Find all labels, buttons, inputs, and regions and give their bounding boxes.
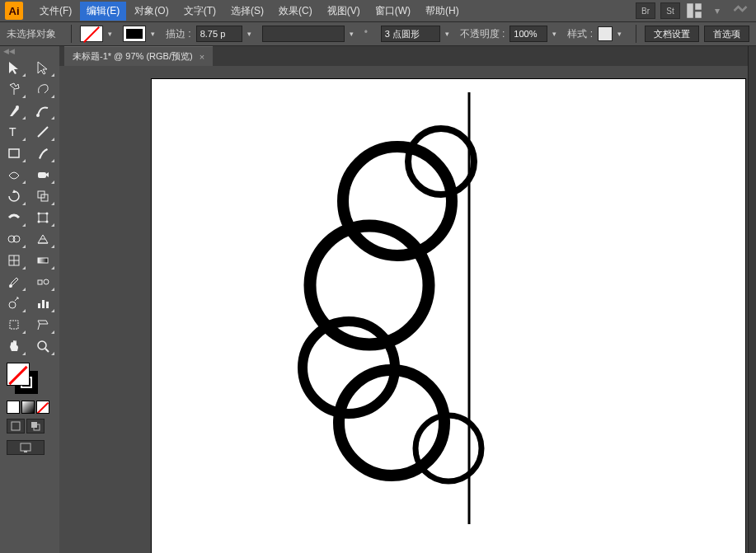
- draw-behind-button[interactable]: [26, 419, 45, 433]
- svg-rect-34: [12, 422, 20, 430]
- svg-rect-28: [42, 300, 45, 308]
- hand-tool[interactable]: [2, 336, 26, 356]
- column-graph-tool[interactable]: [31, 293, 55, 313]
- svg-point-4: [16, 105, 19, 109]
- mesh-tool[interactable]: [2, 251, 26, 270]
- svg-line-33: [45, 349, 49, 352]
- preferences-button[interactable]: 首选项: [704, 26, 749, 42]
- blend-tool[interactable]: [31, 272, 55, 292]
- svg-rect-9: [38, 172, 46, 178]
- svg-rect-38: [24, 451, 27, 452]
- svg-rect-8: [9, 149, 19, 157]
- collapsed-panel-dock[interactable]: [748, 46, 756, 553]
- document-tab-title: 未标题-1* @ 97% (RGB/预览): [73, 50, 193, 63]
- chevron-down-icon[interactable]: ▾: [709, 3, 725, 18]
- stroke-label: 描边 :: [166, 27, 191, 41]
- draw-normal-button[interactable]: [7, 419, 25, 433]
- profile-dropdown-icon[interactable]: ▾: [350, 30, 359, 38]
- menu-edit[interactable]: 编辑(E): [80, 2, 126, 21]
- document-tab-bar: 未标题-1* @ 97% (RGB/预览) ×: [59, 46, 756, 66]
- arrange-documents-icon[interactable]: [686, 3, 702, 18]
- close-tab-icon[interactable]: ×: [200, 52, 204, 62]
- stock-button[interactable]: St: [660, 2, 680, 19]
- artboard[interactable]: [152, 79, 745, 553]
- document-area: 未标题-1* @ 97% (RGB/预览) ×: [59, 46, 756, 553]
- menu-select[interactable]: 选择(S): [224, 2, 270, 21]
- fill-dropdown-icon[interactable]: ▾: [108, 30, 118, 38]
- curvature-tool[interactable]: [31, 101, 55, 120]
- svg-rect-30: [10, 321, 18, 329]
- line-segment-tool[interactable]: [31, 122, 55, 142]
- svg-text:T: T: [9, 125, 16, 138]
- selection-status: 未选择对象: [7, 27, 63, 41]
- eyedropper-tool[interactable]: [2, 272, 26, 292]
- slice-tool[interactable]: [31, 315, 55, 335]
- opacity-input[interactable]: [509, 26, 547, 42]
- stroke-weight-input[interactable]: [196, 26, 242, 42]
- perspective-grid-tool[interactable]: [31, 229, 55, 249]
- svg-rect-0: [687, 3, 693, 18]
- menu-view[interactable]: 视图(V): [321, 2, 367, 21]
- svg-point-16: [46, 221, 49, 223]
- eraser-tool[interactable]: [31, 165, 55, 185]
- free-transform-tool[interactable]: [31, 208, 55, 227]
- shape-builder-tool[interactable]: [2, 229, 26, 249]
- document-tab[interactable]: 未标题-1* @ 97% (RGB/预览) ×: [64, 46, 213, 66]
- symbol-sprayer-tool[interactable]: [2, 293, 26, 313]
- menu-window[interactable]: 窗口(W): [369, 2, 417, 21]
- bridge-button[interactable]: Br: [636, 2, 655, 19]
- rectangle-tool[interactable]: [2, 143, 26, 163]
- pen-tool[interactable]: [2, 101, 26, 120]
- scale-tool[interactable]: [31, 186, 55, 206]
- menu-object[interactable]: 对象(O): [128, 2, 175, 21]
- svg-point-26: [9, 302, 16, 308]
- svg-rect-12: [39, 213, 47, 222]
- zoom-tool[interactable]: [31, 336, 55, 356]
- menu-effect[interactable]: 效果(C): [272, 2, 319, 21]
- paintbrush-tool[interactable]: [31, 143, 55, 163]
- magic-wand-tool[interactable]: [2, 79, 26, 99]
- opacity-dropdown-icon[interactable]: ▾: [552, 30, 562, 38]
- menu-bar: Ai 文件(F) 编辑(E) 对象(O) 文字(T) 选择(S) 效果(C) 视…: [0, 0, 756, 21]
- lasso-tool[interactable]: [31, 79, 55, 99]
- svg-line-7: [38, 127, 48, 137]
- brush-dropdown-icon[interactable]: ▾: [445, 30, 455, 38]
- canvas[interactable]: [59, 66, 756, 553]
- none-mode-button[interactable]: [36, 401, 49, 414]
- svg-rect-27: [38, 303, 40, 308]
- gradient-tool[interactable]: [31, 251, 55, 270]
- style-dropdown-icon[interactable]: ▾: [617, 30, 627, 38]
- fill-swatch[interactable]: [80, 26, 103, 42]
- menu-file[interactable]: 文件(F): [33, 2, 78, 21]
- variable-width-profile[interactable]: [262, 26, 345, 42]
- graphic-style-swatch[interactable]: [598, 26, 613, 41]
- panel-collapse-icon[interactable]: ◀◀: [0, 46, 59, 56]
- direct-selection-tool[interactable]: [31, 58, 55, 77]
- brush-bullet-icon: •: [364, 26, 376, 41]
- stroke-weight-dropdown-icon[interactable]: ▾: [247, 30, 257, 38]
- opacity-label: 不透明度 :: [460, 27, 505, 41]
- gradient-mode-button[interactable]: [21, 401, 35, 414]
- artboard-tool[interactable]: [2, 315, 26, 335]
- style-label: 样式 :: [567, 27, 593, 41]
- brush-definition-input[interactable]: [381, 26, 440, 42]
- gpu-icon[interactable]: [732, 3, 749, 18]
- width-tool[interactable]: [2, 208, 26, 227]
- menu-type[interactable]: 文字(T): [177, 2, 223, 21]
- app-logo: Ai: [5, 2, 23, 20]
- selection-tool[interactable]: [2, 58, 26, 77]
- svg-rect-22: [38, 258, 48, 263]
- fill-color-swatch[interactable]: [7, 363, 30, 386]
- stroke-dropdown-icon[interactable]: ▾: [151, 30, 161, 38]
- svg-rect-29: [46, 302, 49, 308]
- rotate-tool[interactable]: [2, 186, 26, 206]
- shaper-tool[interactable]: [2, 165, 26, 185]
- svg-rect-1: [695, 3, 702, 10]
- color-mode-button[interactable]: [7, 401, 20, 414]
- svg-point-18: [13, 236, 20, 242]
- stroke-swatch[interactable]: [123, 26, 146, 42]
- screen-mode-button[interactable]: [7, 440, 45, 455]
- menu-help[interactable]: 帮助(H): [419, 2, 466, 21]
- document-setup-button[interactable]: 文档设置: [645, 26, 699, 42]
- type-tool[interactable]: T: [2, 122, 26, 142]
